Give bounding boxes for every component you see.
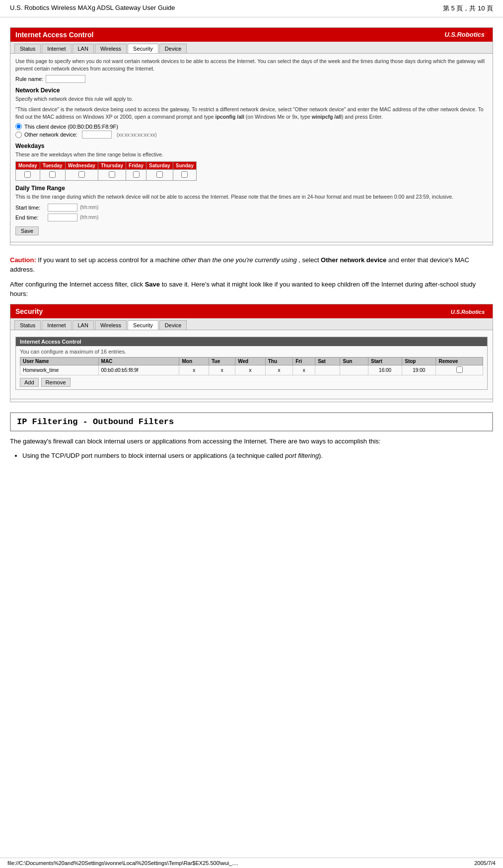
col-sat: Sat <box>315 357 340 365</box>
cell-wed: x <box>235 365 265 375</box>
day-monday-check[interactable] <box>16 170 40 181</box>
caution-text2: , select <box>298 256 321 264</box>
tab-lan[interactable]: LAN <box>72 44 94 53</box>
sunday-checkbox[interactable] <box>181 171 188 178</box>
main-content: Internet Access Control U.S.Robotics® St… <box>0 17 503 475</box>
add-remove-row: Add Remove <box>20 378 483 387</box>
remove-checkbox[interactable] <box>456 366 463 373</box>
after-config-text: After configuring the Internet access fi… <box>10 281 145 288</box>
ui-inner: Use this page to specify when you do not… <box>10 54 493 239</box>
day-friday-check[interactable] <box>126 170 146 181</box>
sec-tab-security[interactable]: Security <box>128 320 158 330</box>
col-stop: Stop <box>402 357 436 365</box>
footer-path: file://C:\Documents%20and%20Settings\ivo… <box>7 860 238 866</box>
col-tuesday: Tuesday <box>40 162 65 170</box>
mac-format-hint: (xx:xx:xx:xx:xx:xx) <box>117 132 157 138</box>
col-friday: Friday <box>126 162 146 170</box>
day-saturday-check[interactable] <box>146 170 173 181</box>
day-wednesday-check[interactable] <box>65 170 98 181</box>
other-device-input[interactable] <box>82 131 112 139</box>
nav-tabs: Status Internet LAN Wireless Security De… <box>10 42 493 54</box>
col-remove: Remove <box>436 357 483 365</box>
save-button[interactable]: Save <box>15 226 39 235</box>
col-wed: Wed <box>235 357 265 365</box>
this-client-radio[interactable] <box>15 123 22 130</box>
friday-checkbox[interactable] <box>133 171 140 178</box>
sec-tab-wireless[interactable]: Wireless <box>95 320 127 330</box>
security-nav-tabs: Status Internet LAN Wireless Security De… <box>10 318 493 330</box>
security-box-header: Security U.S.Robotics® <box>10 304 493 318</box>
bullet-list: Using the TCP/UDP port numbers to block … <box>22 451 493 461</box>
cell-mac: 00:b0:d0:b5:f8:9f <box>98 365 179 375</box>
start-time-input[interactable] <box>48 204 77 212</box>
caution-italic: other than the one you're currently usin… <box>181 256 296 264</box>
monday-checkbox[interactable] <box>24 171 31 178</box>
caution-text: If you want to set up access control for… <box>38 256 181 264</box>
sec-tab-internet[interactable]: Internet <box>42 320 71 330</box>
other-device-radio[interactable] <box>15 132 22 138</box>
tab-wireless[interactable]: Wireless <box>95 44 127 53</box>
ui-box-header: Internet Access Control U.S.Robotics® <box>10 28 493 42</box>
port-filtering-italic: port filtering <box>285 452 319 459</box>
tuesday-checkbox[interactable] <box>49 171 56 178</box>
bullet-text-end: ). <box>319 452 323 459</box>
col-start: Start <box>368 357 402 365</box>
saturday-checkbox[interactable] <box>156 171 163 178</box>
cell-remove[interactable] <box>436 365 483 375</box>
box-description: Use this page to specify when you do not… <box>15 58 488 72</box>
sec-tab-status[interactable]: Status <box>14 320 41 330</box>
box-title: Internet Access Control <box>15 31 93 39</box>
page-title: U.S. Robotics Wireless MAXg ADSL Gateway… <box>10 4 175 13</box>
ip-filtering-heading: IP Filtering - Outbound Filters <box>17 417 486 427</box>
daily-time-desc: This is the time range during which the … <box>15 193 488 201</box>
tab-security[interactable]: Security <box>128 44 158 53</box>
tab-device[interactable]: Device <box>159 44 187 53</box>
cell-username: Homework_time <box>20 365 99 375</box>
day-sunday-check[interactable] <box>173 170 196 181</box>
cell-fri: x <box>293 365 315 375</box>
cell-thu: x <box>265 365 293 375</box>
rule-name-row: Rule name: <box>15 75 488 83</box>
list-item: Using the TCP/UDP port numbers to block … <box>22 451 493 461</box>
wednesday-checkbox <box>78 171 85 178</box>
cell-mon: x <box>179 365 209 375</box>
internet-access-inner-box: Internet Access Control You can configur… <box>15 337 488 390</box>
usrobotics-logo: U.S.Robotics® <box>444 31 488 38</box>
cell-sun <box>340 365 368 375</box>
start-time-row: Start time: (hh:mm) <box>15 204 488 212</box>
rule-name-input[interactable] <box>46 75 85 83</box>
add-button[interactable]: Add <box>20 378 39 387</box>
footer-date: 2005/7/4 <box>474 860 496 866</box>
weekdays-table: Monday Tuesday Wednesday Thursday Friday… <box>15 161 197 181</box>
tab-status[interactable]: Status <box>14 44 41 53</box>
save-bold-text: Save <box>145 281 160 288</box>
cell-start: 16:00 <box>368 365 402 375</box>
cell-stop: 19:00 <box>402 365 436 375</box>
security-title: Security <box>15 307 43 315</box>
cell-sat <box>315 365 340 375</box>
day-thursday-check[interactable] <box>98 170 126 181</box>
config-note: You can configure a maximum of 16 entrie… <box>20 349 483 355</box>
remove-button[interactable]: Remove <box>41 378 71 387</box>
day-tuesday-check[interactable] <box>40 170 65 181</box>
sec-tab-lan[interactable]: LAN <box>72 320 94 330</box>
page-header: U.S. Robotics Wireless MAXg ADSL Gateway… <box>0 0 503 17</box>
daily-time-range-title: Daily Time Range <box>15 185 488 192</box>
security-logo: U.S.Robotics® <box>451 308 488 315</box>
start-time-label: Start time: <box>15 205 48 211</box>
caution-bold: Other network device <box>321 256 386 264</box>
cell-tue: x <box>209 365 235 375</box>
rule-name-label: Rule name: <box>15 76 43 82</box>
sec-tab-device[interactable]: Device <box>159 320 187 330</box>
col-monday: Monday <box>16 162 40 170</box>
tab-internet[interactable]: Internet <box>42 44 71 53</box>
col-mon: Mon <box>179 357 209 365</box>
weekdays-title: Weekdays <box>15 143 488 149</box>
ip-filtering-heading-box: IP Filtering - Outbound Filters <box>10 412 493 432</box>
security-box: Security U.S.Robotics® Status Internet L… <box>10 304 493 402</box>
thursday-checkbox[interactable] <box>109 171 115 178</box>
end-time-input[interactable] <box>48 214 77 221</box>
network-device-title: Network Device <box>15 87 488 94</box>
col-mac: MAC <box>98 357 179 365</box>
col-wednesday: Wednesday <box>65 162 98 170</box>
